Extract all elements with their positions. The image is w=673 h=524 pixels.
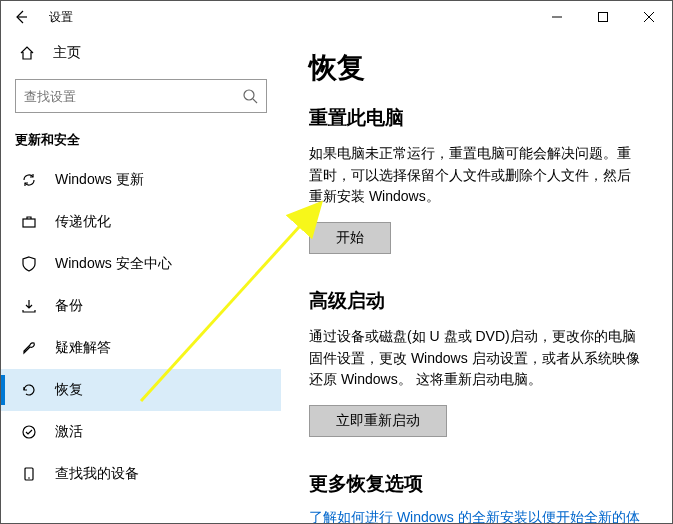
delivery-icon bbox=[19, 214, 39, 230]
shield-icon bbox=[19, 256, 39, 272]
sidebar: 主页 更新和安全 Windows 更新 传递优化 Windows 安全中心 备份… bbox=[1, 33, 281, 523]
sidebar-item-label: 恢复 bbox=[55, 381, 83, 399]
recovery-icon bbox=[19, 382, 39, 398]
home-icon bbox=[19, 45, 39, 61]
fresh-install-link[interactable]: 了解如何进行 Windows 的全新安装以便开始全新的体验 bbox=[309, 509, 644, 523]
advanced-heading: 高级启动 bbox=[309, 288, 644, 314]
activation-icon bbox=[19, 424, 39, 440]
reset-description: 如果电脑未正常运行，重置电脑可能会解决问题。重置时，可以选择保留个人文件或删除个… bbox=[309, 143, 644, 208]
sidebar-item-find-my-device[interactable]: 查找我的设备 bbox=[1, 453, 281, 495]
restart-now-button[interactable]: 立即重新启动 bbox=[309, 405, 447, 437]
sidebar-item-activation[interactable]: 激活 bbox=[1, 411, 281, 453]
sidebar-item-label: 疑难解答 bbox=[55, 339, 111, 357]
sidebar-item-label: 备份 bbox=[55, 297, 83, 315]
sidebar-item-recovery[interactable]: 恢复 bbox=[1, 369, 281, 411]
sidebar-item-label: Windows 安全中心 bbox=[55, 255, 172, 273]
sidebar-section-title: 更新和安全 bbox=[1, 125, 281, 159]
sidebar-item-label: 查找我的设备 bbox=[55, 465, 139, 483]
minimize-button[interactable] bbox=[534, 1, 580, 33]
wrench-icon bbox=[19, 340, 39, 356]
titlebar: 设置 bbox=[1, 1, 672, 33]
sidebar-item-troubleshoot[interactable]: 疑难解答 bbox=[1, 327, 281, 369]
search-icon bbox=[242, 88, 258, 104]
main-content: 恢复 重置此电脑 如果电脑未正常运行，重置电脑可能会解决问题。重置时，可以选择保… bbox=[281, 33, 672, 523]
sidebar-item-security[interactable]: Windows 安全中心 bbox=[1, 243, 281, 285]
svg-rect-2 bbox=[23, 219, 35, 227]
sync-icon bbox=[19, 172, 39, 188]
sidebar-item-windows-update[interactable]: Windows 更新 bbox=[1, 159, 281, 201]
sidebar-item-label: Windows 更新 bbox=[55, 171, 144, 189]
advanced-description: 通过设备或磁盘(如 U 盘或 DVD)启动，更改你的电脑固件设置，更改 Wind… bbox=[309, 326, 644, 391]
sidebar-item-label: 传递优化 bbox=[55, 213, 111, 231]
sidebar-home-label: 主页 bbox=[53, 44, 81, 62]
reset-heading: 重置此电脑 bbox=[309, 105, 644, 131]
find-device-icon bbox=[19, 466, 39, 482]
svg-point-5 bbox=[28, 477, 30, 479]
search-input[interactable] bbox=[24, 89, 242, 104]
more-heading: 更多恢复选项 bbox=[309, 471, 644, 497]
sidebar-item-delivery-optimization[interactable]: 传递优化 bbox=[1, 201, 281, 243]
window-title: 设置 bbox=[49, 9, 73, 26]
search-input-container[interactable] bbox=[15, 79, 267, 113]
svg-point-3 bbox=[23, 426, 35, 438]
sidebar-item-label: 激活 bbox=[55, 423, 83, 441]
arrow-left-icon bbox=[13, 9, 29, 25]
svg-rect-0 bbox=[599, 13, 608, 22]
sidebar-item-backup[interactable]: 备份 bbox=[1, 285, 281, 327]
back-button[interactable] bbox=[1, 1, 41, 33]
backup-icon bbox=[19, 298, 39, 314]
page-title: 恢复 bbox=[309, 49, 644, 87]
svg-point-1 bbox=[244, 90, 254, 100]
window-controls bbox=[534, 1, 672, 33]
sidebar-home[interactable]: 主页 bbox=[1, 33, 281, 73]
reset-start-button[interactable]: 开始 bbox=[309, 222, 391, 254]
maximize-button[interactable] bbox=[580, 1, 626, 33]
close-button[interactable] bbox=[626, 1, 672, 33]
